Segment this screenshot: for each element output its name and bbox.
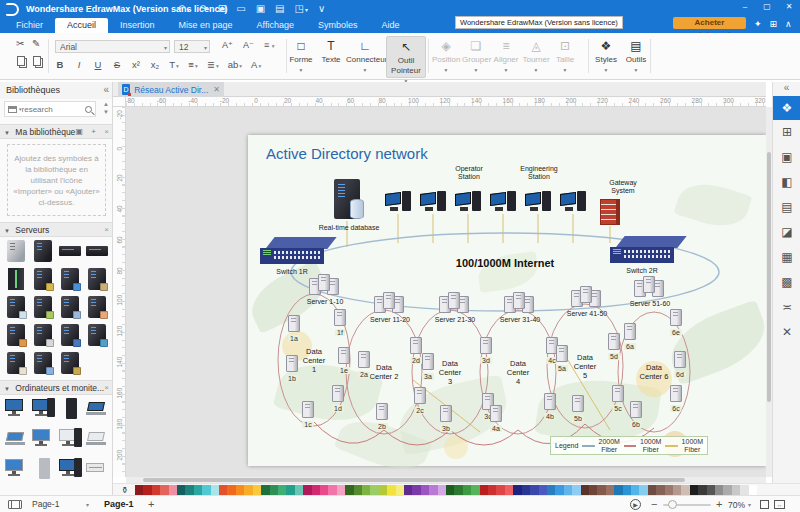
page-view-icon[interactable] (8, 500, 22, 509)
color-swatch[interactable] (606, 485, 614, 495)
menu-item-mise-en-page[interactable]: Mise en page (167, 18, 245, 33)
print-icon[interactable]: ▤ (270, 1, 289, 17)
color-swatch[interactable] (488, 485, 496, 495)
page-tab[interactable]: Page-1 (104, 499, 134, 509)
server-symbol[interactable] (59, 240, 81, 262)
zoom-in-button[interactable]: + (716, 498, 722, 510)
server-group-icon[interactable] (504, 291, 536, 315)
drawing-canvas[interactable]: Active Directory network Real-time datab… (126, 107, 766, 477)
server-symbol[interactable] (8, 268, 24, 290)
color-swatch[interactable] (446, 485, 454, 495)
workstation-icon[interactable] (560, 190, 588, 214)
server-node-icon[interactable] (440, 405, 452, 422)
color-swatch[interactable] (312, 485, 320, 495)
server-node-icon[interactable] (358, 351, 370, 368)
library-search[interactable]: ▾ (4, 101, 96, 117)
color-swatch[interactable] (270, 485, 278, 495)
monitor-icon[interactable] (4, 398, 28, 420)
color-swatch[interactable] (539, 485, 547, 495)
table-panel-icon[interactable]: ▦ (773, 245, 800, 270)
zoom-out-button[interactable]: − (651, 498, 657, 510)
workstation-icon[interactable] (385, 190, 413, 214)
menu-item-affichage[interactable]: Affichage (245, 18, 306, 33)
server-node-icon[interactable] (288, 315, 300, 332)
color-swatch[interactable] (749, 485, 757, 495)
format-button-x₂[interactable]: x₂ (150, 59, 160, 70)
close-icon[interactable]: × (104, 225, 109, 234)
color-swatch[interactable] (219, 485, 227, 495)
server-node-icon[interactable] (422, 353, 434, 370)
color-swatch[interactable] (412, 485, 420, 495)
server-symbol[interactable] (34, 240, 52, 262)
layers-panel-icon[interactable]: ◧ (773, 170, 800, 195)
font-size-select[interactable]: 12 ▾ (174, 40, 210, 53)
open-file-icon[interactable]: ▭ (231, 1, 250, 17)
scrollbar-thumb[interactable] (143, 478, 685, 482)
server-symbol[interactable] (88, 268, 106, 290)
color-swatch[interactable] (564, 485, 572, 495)
presentation-play-icon[interactable]: ▶ (630, 499, 641, 510)
format-button-a[interactable]: A▾ (251, 59, 261, 70)
server-node-icon[interactable] (630, 401, 642, 418)
format-button-i[interactable]: I (74, 59, 84, 70)
color-swatch[interactable] (732, 485, 740, 495)
chart-panel-icon[interactable]: ◪ (773, 220, 800, 245)
color-swatch[interactable] (707, 485, 715, 495)
color-swatch[interactable] (261, 485, 269, 495)
text-button[interactable]: TTexte (318, 36, 344, 78)
desktop-set2-icon[interactable] (58, 458, 82, 480)
workstation-icon[interactable] (455, 190, 483, 214)
server-node-icon[interactable] (670, 385, 682, 402)
minimize-button[interactable]: – (734, 0, 756, 14)
color-swatch[interactable] (623, 485, 631, 495)
fit-width-icon[interactable]: ↔ (774, 500, 785, 509)
color-swatch[interactable] (690, 485, 698, 495)
color-swatch[interactable] (513, 485, 521, 495)
color-swatch[interactable] (354, 485, 362, 495)
color-swatch[interactable] (454, 485, 462, 495)
server-node-icon[interactable] (286, 355, 298, 372)
tower-light-icon[interactable] (31, 458, 55, 480)
color-swatch[interactable] (202, 485, 210, 495)
format-button-s[interactable]: S (112, 59, 122, 70)
color-swatch[interactable] (631, 485, 639, 495)
format-button-x²[interactable]: x² (131, 59, 141, 70)
new-document-icon[interactable]: ⊞ (213, 1, 231, 17)
undo-icon[interactable]: ↶▾ (172, 1, 194, 17)
fill-color-icon[interactable]: ⚱ (121, 486, 130, 495)
color-swatch[interactable] (253, 485, 261, 495)
collapse-ribbon-icon[interactable]: ∧ (781, 19, 796, 29)
server-node-icon[interactable] (572, 395, 584, 412)
color-swatch[interactable] (429, 485, 437, 495)
workstation-icon[interactable] (420, 190, 448, 214)
color-swatch[interactable] (236, 485, 244, 495)
share-icon[interactable]: ◳▾ (290, 1, 313, 17)
color-swatch[interactable] (345, 485, 353, 495)
server-symbol[interactable] (34, 268, 52, 290)
my-library-section-header[interactable]: ▼ Ma bibliothèque ▣ + × (0, 124, 113, 139)
color-swatch[interactable] (681, 485, 689, 495)
copy-icon[interactable] (17, 56, 25, 66)
server-symbol[interactable] (88, 324, 106, 346)
zoom-level[interactable]: 70% (728, 500, 745, 510)
server-node-icon[interactable] (670, 309, 682, 326)
color-swatch[interactable] (227, 485, 235, 495)
server-group-icon[interactable] (439, 291, 471, 315)
document-tab[interactable]: D Réseau Active Dir... ✕ (118, 82, 224, 97)
color-swatch[interactable] (421, 485, 429, 495)
color-swatch[interactable] (135, 485, 143, 495)
collapse-quickbar-icon[interactable]: ∨ (313, 1, 330, 17)
color-swatch[interactable] (581, 485, 589, 495)
format-button-≡[interactable]: ≡▾ (188, 59, 198, 70)
network-switch-icon[interactable] (260, 237, 334, 267)
menu-item-symboles[interactable]: Symboles (306, 18, 370, 33)
redo-icon[interactable]: ↷ (194, 1, 212, 17)
server-node-icon[interactable] (338, 347, 350, 364)
color-swatch[interactable] (438, 485, 446, 495)
color-swatch[interactable] (665, 485, 673, 495)
scroll-down-icon[interactable]: ▼ (100, 109, 112, 117)
close-button[interactable]: ✕ (778, 0, 800, 14)
firewall-icon[interactable] (600, 199, 620, 225)
server-node-icon[interactable] (490, 405, 502, 422)
color-swatch[interactable] (656, 485, 664, 495)
